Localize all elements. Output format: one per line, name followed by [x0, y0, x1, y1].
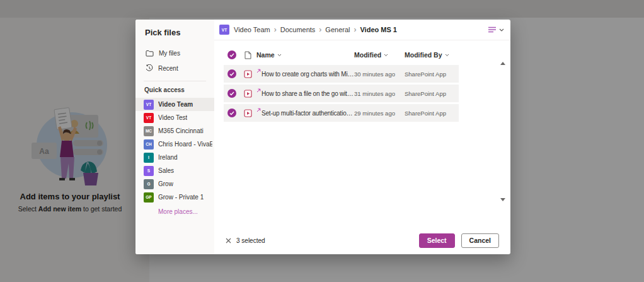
cancel-button[interactable]: Cancel: [461, 233, 499, 248]
sidebar-item-label: Recent: [158, 65, 178, 72]
file-modified: 31 minutes ago: [354, 90, 405, 97]
file-modified: 30 minutes ago: [354, 71, 405, 78]
column-label: Modified: [354, 51, 381, 59]
quick-access-heading: Quick access: [135, 86, 214, 93]
selected-count: 3 selected: [236, 237, 265, 244]
file-modified: 29 minutes ago: [354, 110, 405, 117]
check-icon: [229, 72, 234, 76]
breadcrumb-separator-icon: ›: [274, 25, 277, 34]
column-label: Modified By: [405, 51, 442, 59]
scroll-down-icon[interactable]: [500, 198, 505, 201]
file-list: Name Modified Modified By How to create …: [214, 40, 510, 226]
sidebar-item-chris-hoard[interactable]: CH Chris Hoard - VivaEng...: [135, 138, 214, 151]
row-checkbox[interactable]: [227, 89, 236, 98]
site-avatar: GP: [144, 192, 154, 203]
file-row[interactable]: Set-up multi-factor authentication in Mi…: [224, 104, 459, 122]
document-type-icon: [239, 51, 256, 59]
dialog-footer: 3 selected Select Cancel: [214, 226, 510, 254]
sidebar-item-my-files[interactable]: My files: [135, 45, 214, 61]
select-button[interactable]: Select: [419, 233, 455, 248]
row-checkbox[interactable]: [227, 69, 236, 78]
file-row[interactable]: How to create org charts with Microsoft …: [224, 65, 459, 83]
file-name: Set-up multi-factor authentication in Mi…: [262, 110, 354, 117]
clock-history-icon: [146, 64, 153, 72]
check-icon: [229, 53, 234, 57]
sidebar-item-label: Video Team: [158, 101, 193, 108]
sidebar-item-m365-cincinnati[interactable]: MC M365 Cincinnati: [135, 124, 214, 138]
shared-arrow-icon: [256, 69, 261, 73]
pick-files-dialog: Pick files My files Recent Quick access …: [135, 20, 510, 254]
scroll-up-icon[interactable]: [500, 62, 505, 65]
file-row[interactable]: How to share a file on the go with the M…: [224, 85, 459, 102]
column-label: Name: [256, 51, 275, 59]
more-places-link[interactable]: More places...: [135, 208, 214, 215]
column-header-modified[interactable]: Modified: [354, 51, 405, 59]
folder-icon: [146, 50, 154, 57]
picker-main: VT Video Team › Documents › General › Vi…: [214, 20, 510, 254]
picker-sidebar: Pick files My files Recent Quick access …: [135, 20, 214, 254]
list-view-icon: [488, 26, 497, 33]
chevron-down-icon: [384, 54, 388, 57]
video-file-icon: [239, 109, 256, 117]
chevron-down-icon: [499, 28, 504, 32]
site-avatar: G: [144, 179, 154, 189]
site-avatar: MC: [144, 126, 154, 136]
sidebar-item-label: Video Test: [158, 114, 187, 121]
site-avatar: VT: [144, 100, 154, 110]
sidebar-item-label: Sales: [158, 167, 174, 174]
file-modified-by: SharePoint App: [405, 90, 459, 97]
screen: Aa Add items to your playlist Select Add…: [0, 0, 644, 282]
shared-arrow-icon: [256, 108, 261, 112]
breadcrumb-item-documents[interactable]: Documents: [280, 26, 316, 33]
site-avatar: VT: [144, 113, 154, 123]
site-avatar: CH: [144, 139, 154, 150]
sidebar-item-label: Grow - Private 1: [158, 194, 204, 201]
sidebar-item-sales[interactable]: S Sales: [135, 164, 214, 177]
sidebar-divider: [144, 81, 206, 81]
column-header-modified-by[interactable]: Modified By: [405, 51, 459, 59]
breadcrumb-item-video-ms-1: Video MS 1: [360, 26, 396, 33]
sidebar-item-label: My files: [159, 50, 180, 57]
file-modified-by: SharePoint App: [405, 110, 459, 117]
sidebar-item-label: Chris Hoard - VivaEng...: [158, 141, 212, 148]
select-all-checkbox[interactable]: [227, 50, 236, 59]
column-header-name[interactable]: Name: [256, 51, 354, 59]
video-file-icon: [239, 90, 256, 98]
site-avatar: VT: [219, 25, 229, 35]
sidebar-item-video-team[interactable]: VT Video Team: [135, 98, 214, 111]
file-name: How to create org charts with Microsoft …: [262, 71, 354, 78]
row-checkbox[interactable]: [227, 109, 236, 117]
sidebar-item-video-test[interactable]: VT Video Test: [135, 111, 214, 124]
file-modified-by: SharePoint App: [405, 71, 459, 78]
dialog-title: Pick files: [135, 28, 214, 37]
sidebar-item-label: Grow: [158, 180, 173, 187]
check-icon: [229, 91, 234, 96]
breadcrumb-separator-icon: ›: [354, 25, 356, 34]
clear-selection-icon[interactable]: [226, 238, 231, 244]
video-file-icon: [239, 70, 256, 78]
sidebar-item-grow[interactable]: G Grow: [135, 177, 214, 191]
site-avatar: I: [144, 153, 154, 163]
shared-arrow-icon: [256, 88, 261, 93]
breadcrumb-item-video-team[interactable]: Video Team: [234, 26, 270, 33]
chevron-down-icon: [445, 54, 449, 57]
check-icon: [229, 111, 234, 115]
view-selector-button[interactable]: [488, 26, 504, 33]
breadcrumb-item-general[interactable]: General: [325, 26, 350, 33]
sidebar-item-grow-private-1[interactable]: GP Grow - Private 1: [135, 191, 214, 204]
sidebar-item-label: M365 Cincinnati: [158, 127, 204, 134]
scrollbar[interactable]: [498, 62, 507, 201]
breadcrumb: VT Video Team › Documents › General › Vi…: [214, 20, 510, 40]
table-header-row: Name Modified Modified By: [224, 47, 459, 63]
site-avatar: S: [144, 166, 154, 176]
sidebar-item-label: Ireland: [158, 154, 178, 161]
sidebar-item-recent[interactable]: Recent: [135, 61, 214, 76]
file-name: How to share a file on the go with the M…: [262, 90, 354, 97]
chevron-down-icon: [277, 54, 282, 57]
sidebar-item-ireland[interactable]: I Ireland: [135, 151, 214, 164]
breadcrumb-separator-icon: ›: [319, 25, 321, 34]
